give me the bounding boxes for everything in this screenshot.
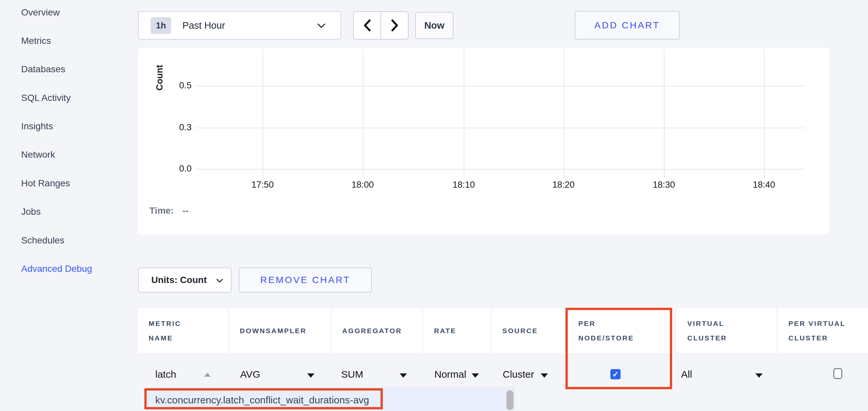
column-header-metric-name: METRICNAME [138, 308, 228, 353]
units-dropdown[interactable]: Units: Count [138, 268, 231, 293]
sidebar-item-databases[interactable]: Databases [21, 64, 65, 74]
downsampler-select[interactable]: AVG [240, 369, 260, 380]
sidebar-item-metrics[interactable]: Metrics [21, 36, 51, 46]
dropdown-arrow-icon[interactable] [307, 373, 314, 378]
virtual-cluster-select[interactable]: All [681, 369, 692, 380]
rate-select[interactable]: Normal [434, 369, 466, 380]
dropdown-arrow-icon[interactable] [541, 373, 548, 378]
scrollbar-thumb[interactable] [506, 390, 514, 410]
time-range-badge: 1h [151, 17, 171, 34]
metric-name-combobox[interactable]: latch [155, 369, 176, 380]
gridline-horizontal [196, 128, 804, 128]
source-select[interactable]: Cluster [503, 369, 534, 380]
y-axis-tick: 0.0 [151, 164, 192, 174]
gridline-vertical [464, 49, 464, 178]
sidebar-item-overview[interactable]: Overview [21, 7, 60, 18]
chevron-left-icon [362, 19, 372, 32]
hover-time-readout: Time:-- [149, 205, 189, 216]
aggregator-select[interactable]: SUM [341, 369, 363, 380]
time-label: Time: [149, 205, 174, 216]
custom-chart-card: Count 0.5 0.3 0.0 17:50 18:00 18:10 18:2… [138, 48, 829, 235]
column-header-source: SOURCE [492, 308, 564, 353]
x-axis-tick: 17:50 [240, 180, 286, 190]
x-axis-tick: 18:30 [641, 180, 687, 190]
sidebar-item-schedules[interactable]: Schedules [21, 235, 64, 246]
dropdown-arrow-icon[interactable] [472, 373, 479, 378]
column-header-downsampler: DOWNSAMPLER [229, 308, 330, 353]
chevron-down-icon [316, 22, 327, 30]
column-header-rate: RATE [424, 308, 491, 353]
sidebar-item-network[interactable]: Network [21, 149, 55, 160]
time-range-selector[interactable]: 1h Past Hour [138, 11, 341, 40]
gridline-horizontal [196, 86, 804, 87]
column-header-aggregator: AGGREGATOR [332, 308, 422, 353]
sort-up-icon[interactable] [204, 373, 211, 377]
column-header-virtual-cluster: VIRTUALCLUSTER [677, 308, 776, 353]
sidebar-item-insights[interactable]: Insights [21, 121, 53, 132]
dropdown-arrow-icon[interactable] [400, 373, 407, 378]
per-virtual-cluster-checkbox[interactable] [833, 368, 842, 379]
dropdown-arrow-icon[interactable] [755, 373, 763, 378]
x-axis-tick: 18:00 [340, 180, 386, 190]
gridline-vertical [262, 49, 263, 178]
sidebar-item-sql-activity[interactable]: SQL Activity [21, 93, 71, 103]
x-axis-tick: 18:20 [540, 180, 587, 190]
per-node-store-checkbox[interactable]: ✓ [610, 369, 621, 379]
chevron-right-icon [390, 19, 400, 32]
y-axis-tick: 0.3 [151, 123, 192, 133]
now-button[interactable]: Now [415, 12, 454, 39]
sidebar-item-advanced-debug[interactable]: Advanced Debug [21, 264, 92, 274]
add-chart-button[interactable]: ADD CHART [575, 11, 680, 40]
gridline-vertical [764, 49, 765, 178]
gridline-vertical [363, 49, 363, 178]
chevron-down-icon [215, 277, 224, 284]
gridline-vertical [563, 49, 564, 178]
metric-suggestions-dropdown: kv.concurrency.latch_conflict_wait_durat… [146, 387, 515, 411]
previous-time-window-button[interactable] [354, 12, 381, 39]
y-axis-tick: 0.5 [151, 80, 192, 91]
metric-suggestion-item[interactable]: kv.concurrency.latch_conflict_wait_durat… [155, 395, 369, 406]
scrollbar-track [505, 387, 515, 411]
sidebar-item-jobs[interactable]: Jobs [21, 206, 41, 217]
next-time-window-button[interactable] [381, 12, 408, 39]
sidebar-item-hot-ranges[interactable]: Hot Ranges [21, 178, 70, 189]
time-window-nav [353, 11, 409, 40]
time-range-label: Past Hour [182, 20, 225, 31]
x-axis-tick: 18:10 [441, 180, 487, 190]
column-header-per-node-store: PERNODE/STORE [568, 308, 670, 353]
x-axis-tick: 18:40 [741, 180, 787, 190]
gridline-horizontal [196, 169, 804, 170]
units-dropdown-label: Units: Count [151, 275, 207, 285]
time-value: -- [182, 205, 189, 216]
remove-chart-button[interactable]: REMOVE CHART [239, 268, 372, 293]
column-header-per-virtual-cluster: PER VIRTUALCLUSTER [778, 308, 868, 353]
gridline-vertical [664, 49, 664, 178]
